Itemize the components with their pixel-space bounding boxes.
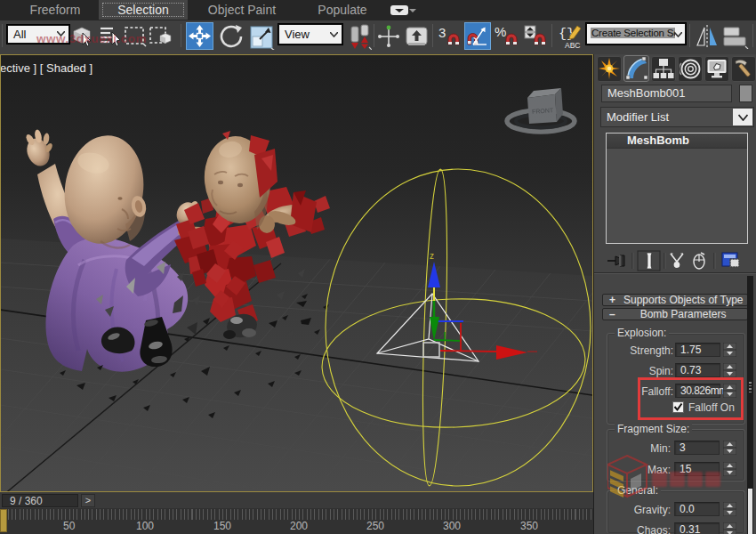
svg-text:ective ] [ Shaded ]: ective ] [ Shaded ]	[1, 61, 92, 75]
svg-text:3: 3	[438, 25, 446, 40]
svg-text:%: %	[495, 24, 506, 39]
svg-text:ABC: ABC	[565, 41, 580, 50]
svg-text:z: z	[430, 251, 434, 261]
